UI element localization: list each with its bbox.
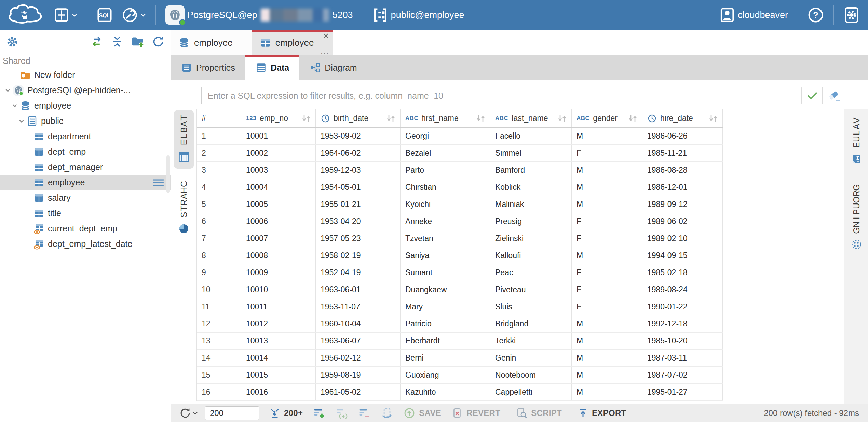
tree-item-salary[interactable]: salary bbox=[0, 190, 171, 206]
data-cell-gender[interactable]: F bbox=[572, 298, 642, 315]
data-cell-first_name[interactable]: Mary bbox=[401, 298, 490, 315]
data-cell-birth_date[interactable]: 1959-12-03 bbox=[316, 162, 401, 179]
data-cell-gender[interactable]: M bbox=[572, 333, 642, 349]
data-cell-emp_no[interactable]: 10001 bbox=[241, 128, 316, 144]
panel-tab-value[interactable]: VALUE bbox=[846, 113, 867, 170]
row-number-cell[interactable]: 5 bbox=[197, 196, 241, 213]
data-cell-first_name[interactable]: Kazuhito bbox=[401, 384, 490, 400]
data-cell-gender[interactable]: M bbox=[572, 367, 642, 383]
sort-arrows-icon[interactable] bbox=[476, 114, 486, 123]
tools-menu-button[interactable] bbox=[117, 0, 151, 30]
panel-tab-grouping[interactable]: GROUPING bbox=[846, 180, 867, 255]
data-cell-birth_date[interactable]: 1953-04-20 bbox=[316, 213, 401, 230]
delete-row-button[interactable] bbox=[358, 407, 370, 419]
save-button[interactable]: SAVE bbox=[403, 407, 441, 419]
cloudbeaver-logo-icon[interactable] bbox=[7, 3, 44, 27]
data-cell-hire_date[interactable]: 1985-02-18 bbox=[642, 264, 723, 281]
data-cell-gender[interactable]: M bbox=[572, 196, 642, 213]
refresh-results-button[interactable] bbox=[179, 407, 198, 419]
data-cell-emp_no[interactable]: 10011 bbox=[241, 298, 316, 315]
data-cell-gender[interactable]: M bbox=[572, 128, 642, 144]
tree-item-dept-emp[interactable]: dept_emp bbox=[0, 144, 171, 159]
data-cell-gender[interactable]: M bbox=[572, 179, 642, 196]
row-number-cell[interactable]: 3 bbox=[197, 162, 241, 179]
data-cell-last_name[interactable]: Bridgland bbox=[490, 315, 572, 332]
data-cell-first_name[interactable]: Anneke bbox=[401, 213, 490, 230]
row-number-cell[interactable]: 16 bbox=[197, 384, 241, 400]
data-cell-hire_date[interactable]: 1994-09-15 bbox=[642, 247, 723, 264]
sql-editor-button[interactable]: SQL bbox=[92, 0, 117, 30]
presentation-tab-charts[interactable]: CHARTS bbox=[174, 176, 194, 240]
row-number-cell[interactable]: 15 bbox=[197, 367, 241, 383]
tree-item-postgresql-ep-hidden-[interactable]: PostgreSQL@ep-hidden-... bbox=[0, 83, 171, 98]
data-cell-last_name[interactable]: Sluis bbox=[490, 298, 572, 315]
sidebar-scrollbar[interactable] bbox=[166, 155, 170, 193]
close-tab-icon[interactable]: × bbox=[323, 31, 329, 41]
data-cell-gender[interactable]: M bbox=[572, 384, 642, 400]
data-cell-emp_no[interactable]: 10012 bbox=[241, 315, 316, 332]
add-row-button[interactable] bbox=[313, 407, 325, 419]
row-number-cell[interactable]: 12 bbox=[197, 315, 241, 332]
new-connection-button[interactable] bbox=[49, 0, 82, 30]
data-cell-first_name[interactable]: Eberhardt bbox=[401, 333, 490, 349]
tree-item-dept-emp-latest-date[interactable]: dept_emp_latest_date bbox=[0, 236, 171, 252]
data-cell-birth_date[interactable]: 1964-06-02 bbox=[316, 145, 401, 161]
data-cell-first_name[interactable]: Kyoichi bbox=[401, 196, 490, 213]
clear-filter-eraser-icon[interactable] bbox=[827, 89, 842, 102]
row-number-cell[interactable]: 4 bbox=[197, 179, 241, 196]
data-cell-emp_no[interactable]: 10009 bbox=[241, 264, 316, 281]
data-cell-first_name[interactable]: Tzvetan bbox=[401, 230, 490, 247]
data-cell-emp_no[interactable]: 10002 bbox=[241, 145, 316, 161]
data-cell-hire_date[interactable]: 1989-08-24 bbox=[642, 281, 723, 298]
data-cell-emp_no[interactable]: 10008 bbox=[241, 247, 316, 264]
tree-item-new-folder[interactable]: New folder bbox=[0, 67, 171, 83]
tab-employee-table[interactable]: employee × ... bbox=[252, 30, 334, 55]
data-cell-last_name[interactable]: Genin bbox=[490, 350, 572, 366]
column-header-hire_date[interactable]: hire_date bbox=[642, 109, 723, 127]
user-menu-button[interactable]: cloudbeaver bbox=[715, 0, 793, 30]
data-cell-gender[interactable]: M bbox=[572, 162, 642, 179]
data-cell-birth_date[interactable]: 1960-10-04 bbox=[316, 315, 401, 332]
sort-arrows-icon[interactable] bbox=[301, 114, 311, 123]
tree-item-current-dept-emp[interactable]: current_dept_emp bbox=[0, 221, 171, 236]
add-folder-icon[interactable] bbox=[130, 34, 145, 49]
row-number-cell[interactable]: 10 bbox=[197, 281, 241, 298]
data-cell-birth_date[interactable]: 1955-01-21 bbox=[316, 196, 401, 213]
column-header-emp_no[interactable]: 123emp_no bbox=[241, 109, 316, 127]
expand-chevron-icon[interactable] bbox=[3, 85, 13, 96]
data-cell-gender[interactable]: M bbox=[572, 315, 642, 332]
collapse-all-icon[interactable] bbox=[110, 34, 125, 49]
tree-item-employee[interactable]: employee bbox=[0, 175, 171, 190]
refresh-icon[interactable] bbox=[151, 34, 166, 49]
tree-item-menu-icon[interactable] bbox=[152, 178, 164, 187]
data-cell-first_name[interactable]: Berni bbox=[401, 350, 490, 366]
data-cell-birth_date[interactable]: 1959-08-19 bbox=[316, 367, 401, 383]
column-header-birth_date[interactable]: birth_date bbox=[316, 109, 401, 127]
sort-arrows-icon[interactable] bbox=[628, 114, 638, 123]
data-cell-first_name[interactable]: Bezalel bbox=[401, 145, 490, 161]
data-cell-first_name[interactable]: Patricio bbox=[401, 315, 490, 332]
script-button[interactable]: SCRIPT bbox=[516, 407, 562, 419]
data-cell-birth_date[interactable]: 1963-06-07 bbox=[316, 333, 401, 349]
data-cell-birth_date[interactable]: 1957-05-23 bbox=[316, 230, 401, 247]
tab-properties[interactable]: Properties bbox=[171, 55, 245, 80]
data-cell-hire_date[interactable]: 1989-06-02 bbox=[642, 213, 723, 230]
data-cell-last_name[interactable]: Piveteau bbox=[490, 281, 572, 298]
sql-filter-input[interactable] bbox=[202, 87, 802, 104]
data-cell-last_name[interactable]: Cappelletti bbox=[490, 384, 572, 400]
expand-chevron-icon[interactable] bbox=[10, 101, 20, 111]
data-cell-last_name[interactable]: Kalloufi bbox=[490, 247, 572, 264]
data-cell-last_name[interactable]: Peac bbox=[490, 264, 572, 281]
tree-item-dept-manager[interactable]: dept_manager bbox=[0, 159, 171, 175]
connection-selector[interactable]: PostgreSQL@ep 5203 bbox=[161, 0, 358, 30]
data-cell-hire_date[interactable]: 1987-07-02 bbox=[642, 367, 723, 383]
data-cell-hire_date[interactable]: 1990-01-22 bbox=[642, 298, 723, 315]
sort-arrows-icon[interactable] bbox=[386, 114, 396, 123]
data-cell-hire_date[interactable]: 1989-09-12 bbox=[642, 196, 723, 213]
data-cell-emp_no[interactable]: 10006 bbox=[241, 213, 316, 230]
data-cell-first_name[interactable]: Chirstian bbox=[401, 179, 490, 196]
data-cell-hire_date[interactable]: 1989-02-10 bbox=[642, 230, 723, 247]
data-cell-first_name[interactable]: Guoxiang bbox=[401, 367, 490, 383]
fetch-more-button[interactable]: 200+ bbox=[269, 407, 303, 419]
tree-item-title[interactable]: title bbox=[0, 206, 171, 221]
